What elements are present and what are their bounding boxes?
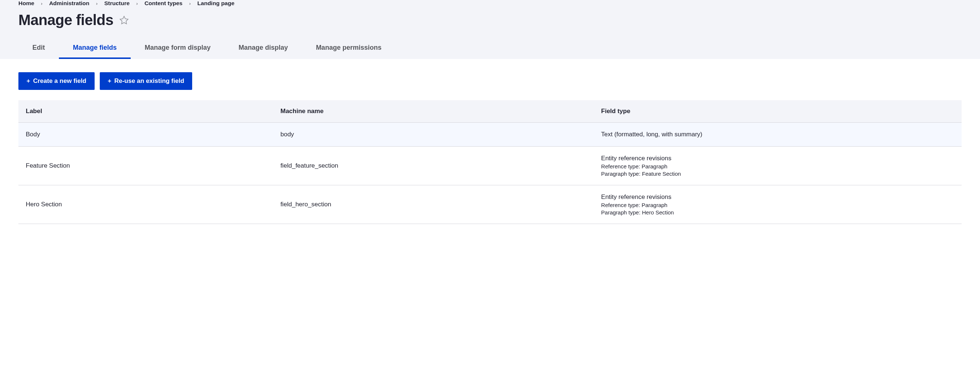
reuse-existing-field-label: Re-use an existing field [114, 77, 184, 85]
reuse-existing-field-button[interactable]: + Re-use an existing field [100, 72, 192, 90]
breadcrumb-administration[interactable]: Administration [49, 0, 89, 6]
tab-manage-display[interactable]: Manage display [224, 39, 302, 59]
field-type-reference: Reference type: Paragraph [601, 163, 954, 169]
column-header-machine-name: Machine name [273, 100, 594, 123]
field-type: Entity reference revisions Reference typ… [594, 147, 962, 185]
table-row[interactable]: Body body Text (formatted, long, with su… [18, 123, 962, 147]
field-type-main: Entity reference revisions [601, 155, 954, 162]
column-header-label: Label [18, 100, 273, 123]
field-type: Entity reference revisions Reference typ… [594, 185, 962, 224]
fields-table: Label Machine name Field type Body body … [18, 100, 962, 224]
create-new-field-button[interactable]: + Create a new field [18, 72, 95, 90]
field-machine-name: field_hero_section [273, 185, 594, 224]
chevron-right-icon: › [189, 1, 191, 6]
breadcrumb-landing-page[interactable]: Landing page [197, 0, 234, 6]
breadcrumb-structure[interactable]: Structure [104, 0, 130, 6]
chevron-right-icon: › [96, 1, 97, 6]
field-type-paragraph: Paragraph type: Hero Section [601, 209, 954, 215]
tab-manage-fields[interactable]: Manage fields [59, 39, 131, 59]
column-header-field-type: Field type [594, 100, 962, 123]
create-new-field-label: Create a new field [33, 77, 86, 85]
field-type-reference: Reference type: Paragraph [601, 202, 954, 208]
plus-icon: + [27, 77, 30, 85]
table-row[interactable]: Hero Section field_hero_section Entity r… [18, 185, 962, 224]
star-icon[interactable] [119, 16, 129, 25]
chevron-right-icon: › [136, 1, 138, 6]
breadcrumb: Home › Administration › Structure › Cont… [18, 0, 962, 12]
chevron-right-icon: › [41, 1, 42, 6]
field-label: Hero Section [18, 185, 273, 224]
page-title: Manage fields [18, 12, 113, 29]
tab-manage-form-display[interactable]: Manage form display [131, 39, 224, 59]
field-type-paragraph: Paragraph type: Feature Section [601, 171, 954, 177]
tab-edit[interactable]: Edit [18, 39, 59, 59]
field-label: Body [18, 123, 273, 147]
svg-marker-0 [120, 16, 128, 24]
breadcrumb-home[interactable]: Home [18, 0, 34, 6]
field-type-main: Entity reference revisions [601, 193, 954, 201]
field-machine-name: field_feature_section [273, 147, 594, 185]
field-type-main: Text (formatted, long, with summary) [601, 131, 954, 138]
breadcrumb-content-types[interactable]: Content types [144, 0, 182, 6]
field-type: Text (formatted, long, with summary) [594, 123, 962, 147]
field-machine-name: body [273, 123, 594, 147]
table-row[interactable]: Feature Section field_feature_section En… [18, 147, 962, 185]
field-label: Feature Section [18, 147, 273, 185]
tab-manage-permissions[interactable]: Manage permissions [302, 39, 395, 59]
plus-icon: + [108, 77, 111, 85]
tabs: Edit Manage fields Manage form display M… [18, 39, 962, 59]
